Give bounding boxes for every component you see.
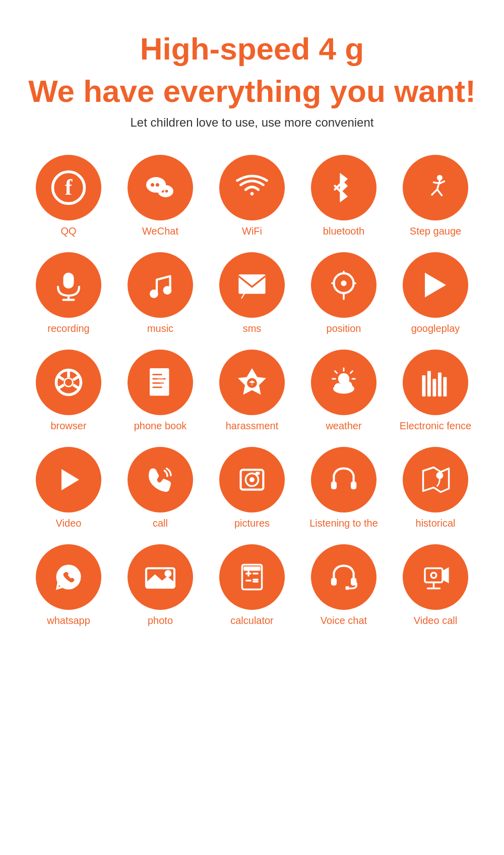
app-whatsapp[interactable]: whatsapp [25,544,112,626]
phonebook-icon [143,365,178,400]
svg-marker-60 [61,469,79,490]
weather-label: weather [326,420,361,432]
videocall-icon [418,559,453,595]
app-recording[interactable]: recording [25,252,112,334]
browser-icon-circle [36,350,101,415]
app-position[interactable]: position [300,252,387,334]
svg-rect-64 [256,472,260,475]
harassment-label: harassment [226,420,279,432]
app-browser[interactable]: browser [25,350,112,432]
listening-icon [326,462,361,497]
sms-icon-circle [219,252,285,318]
app-qq[interactable]: f QQ [25,155,112,237]
svg-rect-78 [243,566,261,571]
qq-icon: f [51,170,86,205]
app-wechat[interactable]: WeChat [117,155,204,237]
music-icon-circle [128,252,193,318]
app-listening[interactable]: Listening to the [300,447,387,529]
svg-line-35 [73,385,80,389]
app-sms[interactable]: sms [209,252,295,334]
wifi-label: WiFi [242,225,262,237]
bluetooth-icon-circle [311,155,376,220]
app-historical[interactable]: historical [392,447,479,529]
svg-point-70 [164,570,171,577]
svg-line-37 [57,385,64,389]
wechat-label: WeChat [142,225,178,237]
whatsapp-label: whatsapp [47,615,90,626]
historical-icon [418,462,453,497]
svg-point-21 [163,286,172,295]
app-bluetooth[interactable]: bluetooth [300,155,387,237]
svg-line-13 [432,189,437,195]
video-label: Video [56,518,82,529]
app-electronicfence[interactable]: Electronic fence [392,350,479,432]
recording-label: recording [47,323,89,334]
app-harassment[interactable]: ☂ harassment [209,350,295,432]
stepgauge-label: Step gauge [410,225,461,237]
app-voicechat[interactable]: Voice chat [300,544,387,626]
photo-icon [143,559,178,595]
voicechat-icon [326,559,361,595]
app-googleplay[interactable]: googleplay [392,252,479,334]
svg-line-48 [350,371,352,373]
qq-label: QQ [60,225,76,237]
page-title-line1: High-speed 4 g [140,30,364,68]
app-phonebook[interactable]: phone book [117,350,204,432]
listening-icon-circle [311,447,376,512]
app-call[interactable]: call [117,447,204,529]
weather-icon-circle [311,350,376,415]
svg-rect-66 [351,481,356,489]
sms-label: sms [243,323,262,334]
app-photo[interactable]: photo [117,544,204,626]
video-icon [51,462,86,497]
app-wifi[interactable]: WiFi [209,155,295,237]
wechat-icon [143,170,178,205]
app-video[interactable]: Video [25,447,112,529]
app-weather[interactable]: weather [300,350,387,432]
music-icon [143,267,178,303]
bluetooth-label: bluetooth [323,225,364,237]
call-icon-circle [128,447,193,512]
calculator-icon-circle [219,544,285,610]
qq-icon-circle: f [36,155,101,220]
svg-marker-29 [425,272,446,297]
googleplay-label: googleplay [411,323,460,334]
phonebook-label: phone book [134,420,187,432]
svg-line-50 [335,371,337,373]
whatsapp-icon-circle [36,544,101,610]
wifi-icon-circle [219,155,285,220]
browser-label: browser [50,420,86,432]
svg-point-38 [65,379,72,386]
app-pictures[interactable]: pictures [209,447,295,529]
position-label: position [327,323,361,334]
svg-point-24 [341,280,346,286]
page-title-line2: We have everything you want! [28,73,476,110]
position-icon [326,267,361,303]
svg-line-36 [73,376,80,380]
videocall-icon-circle [403,544,468,610]
svg-point-3 [151,183,154,187]
app-videocall[interactable]: Video call [392,544,479,626]
svg-text:☂: ☂ [249,379,255,386]
app-stepgauge[interactable]: Step gauge [392,155,479,237]
apps-grid: f QQ WeChat [25,155,479,626]
svg-line-15 [434,182,440,183]
app-music[interactable]: music [117,252,204,334]
call-label: call [153,518,168,529]
app-calculator[interactable]: calculator [209,544,295,626]
call-icon [143,462,178,497]
pictures-label: pictures [234,518,270,529]
stepgauge-icon-circle [403,155,468,220]
wifi-icon [234,170,270,205]
recording-icon [51,267,86,303]
bluetooth-icon [326,170,361,205]
wechat-icon-circle [128,155,193,220]
listening-label: Listening to the [309,518,378,529]
videocall-label: Video call [414,615,457,626]
svg-rect-22 [238,274,265,294]
googleplay-icon [418,267,453,303]
svg-line-34 [57,376,64,380]
stepgauge-icon [418,170,453,205]
video-icon-circle [36,447,101,512]
googleplay-icon-circle [403,252,468,318]
